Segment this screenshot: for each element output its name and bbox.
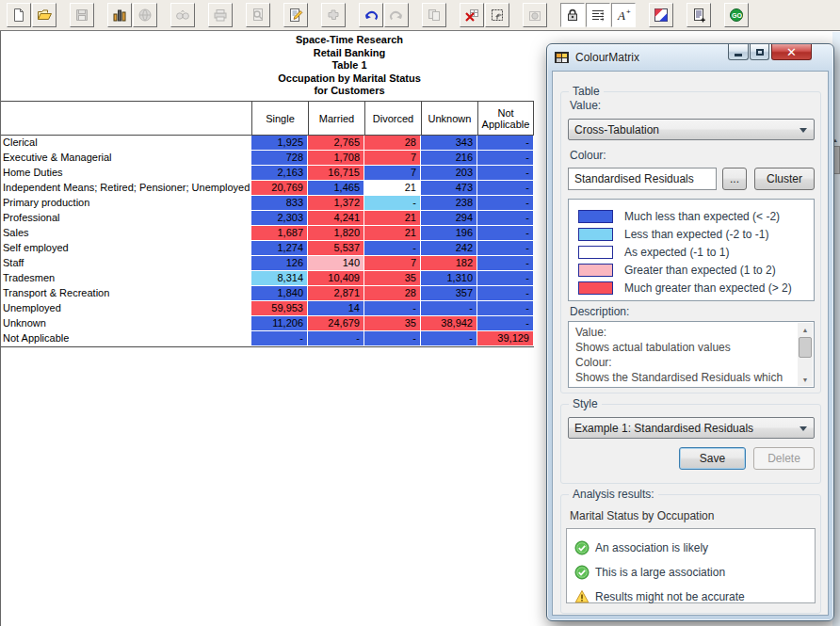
data-cell[interactable]: 2,163 (251, 166, 308, 181)
colour-matrix-button[interactable] (649, 3, 673, 27)
column-header[interactable]: Unknown (421, 102, 477, 135)
colour-field[interactable]: Standardised Residuals (568, 168, 717, 190)
data-cell[interactable]: 1,925 (251, 136, 308, 151)
row-label[interactable]: Home Duties (1, 166, 251, 181)
data-cell[interactable]: 1,820 (308, 226, 364, 241)
row-label[interactable]: Not Applicable (1, 331, 251, 346)
data-cell[interactable]: 2,303 (251, 211, 308, 226)
data-cell[interactable]: 1,372 (308, 196, 364, 211)
style-combobox[interactable]: Example 1: Standardised Residuals (568, 417, 815, 439)
data-cell[interactable]: 242 (421, 241, 477, 256)
data-cell[interactable]: 1,274 (251, 241, 308, 256)
data-cell[interactable]: 21 (364, 181, 421, 196)
row-label[interactable]: Transport & Recreation (1, 286, 251, 301)
row-label[interactable]: Self employed (1, 241, 251, 256)
row-label[interactable]: Tradesmen (1, 271, 251, 286)
data-cell[interactable]: 196 (421, 226, 477, 241)
row-label[interactable]: Unemployed (1, 301, 251, 316)
new-table-page-button[interactable] (687, 3, 711, 27)
data-cell[interactable]: - (477, 166, 534, 181)
row-label[interactable]: Sales (1, 226, 251, 241)
data-cell[interactable]: - (251, 331, 308, 346)
dialog-titlebar[interactable]: ColourMatrix ✕ (547, 44, 833, 71)
data-cell[interactable]: - (477, 286, 534, 301)
close-button[interactable]: ✕ (771, 44, 812, 60)
new-document-button[interactable] (7, 3, 31, 27)
data-cell[interactable]: 14 (308, 301, 364, 316)
cluster-button[interactable]: Cluster (754, 168, 815, 190)
font-size-button[interactable]: A+ (611, 3, 636, 27)
data-cell[interactable]: 8,314 (251, 271, 308, 286)
data-cell[interactable]: 1,465 (308, 181, 364, 196)
undo-button[interactable] (359, 3, 383, 27)
scrollbar-thumb[interactable] (799, 337, 812, 358)
data-cell[interactable]: 28 (364, 136, 421, 151)
row-label[interactable]: Unknown (1, 316, 251, 331)
data-cell[interactable]: - (477, 316, 534, 331)
data-cell[interactable]: - (477, 136, 534, 151)
data-cell[interactable]: 357 (421, 286, 477, 301)
row-label[interactable]: Professional (1, 211, 251, 226)
data-cell[interactable]: 4,241 (308, 211, 364, 226)
data-cell[interactable]: - (364, 241, 421, 256)
data-cell[interactable]: 1,310 (421, 271, 477, 286)
open-file-button[interactable] (32, 3, 57, 27)
data-cell[interactable]: 35 (364, 271, 421, 286)
data-cell[interactable]: - (477, 241, 534, 256)
data-cell[interactable]: - (477, 256, 534, 271)
data-cell[interactable]: 35 (364, 316, 421, 331)
description-scrollbar[interactable]: ▲ ▼ (798, 323, 813, 386)
row-label[interactable]: Staff (1, 256, 251, 271)
data-cell[interactable]: 2,871 (308, 286, 364, 301)
data-cell[interactable]: 182 (421, 256, 477, 271)
data-cell[interactable]: 38,942 (421, 316, 477, 331)
data-cell[interactable]: - (364, 301, 421, 316)
maximize-button[interactable] (750, 44, 769, 60)
data-cell[interactable]: 294 (421, 211, 477, 226)
data-cell[interactable]: 1,840 (251, 286, 308, 301)
data-cell[interactable]: 140 (308, 256, 364, 271)
value-combobox[interactable]: Cross-Tabulation (568, 119, 815, 140)
row-label[interactable]: Clerical (1, 136, 251, 151)
column-header[interactable]: Married (308, 102, 364, 135)
data-cell[interactable]: 343 (421, 136, 477, 151)
data-cell[interactable]: 39,129 (477, 331, 534, 346)
data-cell[interactable]: 7 (364, 151, 421, 166)
data-cell[interactable]: 203 (421, 166, 477, 181)
data-cell[interactable]: 1,708 (308, 151, 364, 166)
data-cell[interactable]: 21 (364, 226, 421, 241)
data-cell[interactable]: 20,769 (251, 181, 308, 196)
data-cell[interactable]: 24,679 (308, 316, 364, 331)
column-header[interactable]: Not Applicable (477, 102, 534, 135)
data-cell[interactable]: 238 (421, 196, 477, 211)
data-cell[interactable]: - (477, 211, 534, 226)
field-order-button[interactable] (586, 3, 610, 27)
data-cell[interactable]: - (477, 301, 534, 316)
data-cell[interactable]: 28 (364, 286, 421, 301)
edit-annotations-button[interactable] (283, 3, 308, 27)
column-header[interactable]: Divorced (364, 102, 421, 135)
data-cell[interactable]: 216 (421, 151, 477, 166)
data-cell[interactable]: - (308, 331, 364, 346)
data-cell[interactable]: 2,765 (308, 136, 364, 151)
data-cell[interactable]: - (477, 271, 534, 286)
scroll-up-icon[interactable]: ▲ (798, 323, 813, 336)
data-cell[interactable]: - (364, 196, 421, 211)
row-label[interactable]: Independent Means; Retired; Pensioner; U… (1, 181, 251, 196)
data-cell[interactable]: 59,953 (251, 301, 308, 316)
data-cell[interactable]: 473 (421, 181, 477, 196)
resize-table-button[interactable] (485, 3, 509, 27)
data-cell[interactable]: 833 (251, 196, 308, 211)
column-header[interactable]: Single (251, 102, 308, 135)
lock-button[interactable] (560, 3, 585, 27)
data-cell[interactable]: - (421, 331, 477, 346)
data-cell[interactable]: 21 (364, 211, 421, 226)
data-cell[interactable]: - (477, 181, 534, 196)
row-label[interactable]: Executive & Managerial (1, 151, 251, 166)
data-cell[interactable]: 7 (364, 256, 421, 271)
data-cell[interactable]: 10,409 (308, 271, 364, 286)
data-cell[interactable]: - (364, 331, 421, 346)
data-cell[interactable]: 728 (251, 151, 308, 166)
bar-chart-button[interactable] (107, 3, 132, 27)
data-cell[interactable]: - (477, 151, 534, 166)
